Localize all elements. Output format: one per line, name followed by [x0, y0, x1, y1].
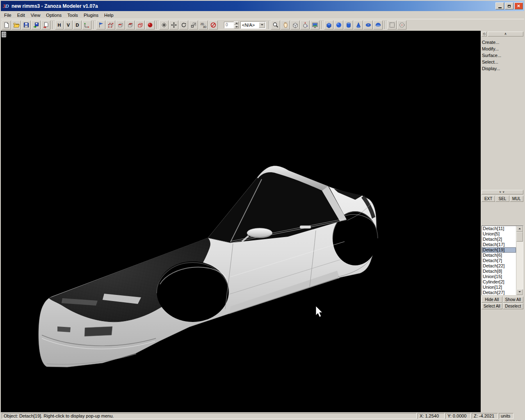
pan-button[interactable]	[281, 21, 290, 30]
panel-menu-item[interactable]: Create...	[481, 39, 524, 46]
panel-menu: Create...Modify...Surface...Select...Dis…	[481, 39, 524, 72]
object-list-item[interactable]: Cylinder[2]	[482, 279, 516, 285]
view-2d3d-button[interactable]: 2D3D	[199, 21, 208, 30]
dropdown-arrow-icon	[261, 24, 263, 25]
dropdown-arrow-button[interactable]	[259, 22, 265, 28]
minimize-icon	[498, 7, 502, 8]
scale-tool-button[interactable]	[189, 21, 198, 30]
dropdown-value: <N/A>	[241, 23, 259, 27]
cylinder-primitive-button[interactable]	[344, 21, 353, 30]
title-bar[interactable]: 3D new rimms3 - Zanoza Modeler v1.07a ✕	[1, 1, 524, 11]
import-button[interactable]	[31, 21, 41, 30]
menu-item[interactable]: Options	[43, 11, 65, 19]
object-list-item[interactable]: Detach[2]	[482, 237, 516, 242]
panel-collapse-button[interactable]: ∧	[488, 32, 523, 37]
panel-action-button[interactable]: Show All	[503, 297, 524, 303]
zoom-button[interactable]	[271, 21, 280, 30]
object-list-item[interactable]: Detach[19]	[482, 247, 516, 253]
resize-grip	[514, 413, 523, 419]
mode-button[interactable]: SEL	[495, 196, 509, 202]
select-circle-icon	[399, 22, 405, 28]
status-bar: Object: Detach[19]. Right-click to displ…	[1, 412, 524, 419]
hemisphere-primitive-button[interactable]	[373, 21, 383, 30]
cube-axes-button[interactable]	[300, 21, 310, 30]
toggle-v-button[interactable]: V	[64, 21, 73, 30]
object-list-item[interactable]: Detach[7]	[482, 258, 516, 263]
scroll-up-button[interactable]	[516, 226, 523, 232]
menu-item[interactable]: Plugins	[81, 11, 102, 19]
panel-expand-button[interactable]: ∨∨	[482, 190, 523, 194]
material-sphere-button[interactable]	[145, 21, 155, 30]
menu-item[interactable]: Help	[102, 11, 117, 19]
rotate-tool-button[interactable]	[179, 21, 188, 30]
toolbar-separator	[268, 21, 269, 29]
edge-mode-button[interactable]	[116, 21, 125, 30]
box-primitive-button[interactable]	[324, 21, 333, 30]
scroll-down-button[interactable]	[516, 289, 523, 295]
vertex-mode-button[interactable]	[106, 21, 115, 30]
axis-triad-button[interactable]	[82, 21, 91, 30]
face-mode-icon	[127, 22, 134, 28]
object-mode-button[interactable]	[135, 21, 145, 30]
object-list-item[interactable]: Union[12]	[482, 285, 516, 290]
object-list-item[interactable]: Detach[22]	[482, 263, 516, 269]
select-circle-button[interactable]	[397, 21, 406, 30]
new-file-icon	[3, 22, 10, 28]
selection-dropdown[interactable]: <N/A>	[240, 21, 266, 29]
minimize-button[interactable]	[495, 2, 504, 9]
scroll-thumb[interactable]	[516, 232, 523, 242]
mode-button[interactable]: EXT	[482, 196, 495, 202]
object-list-item[interactable]: Detach[27]	[482, 290, 516, 295]
menu-item[interactable]: File	[2, 11, 15, 19]
panel-menu-item[interactable]: Display...	[481, 65, 524, 72]
spinner-up-button[interactable]	[234, 21, 239, 25]
panel-menu-item[interactable]: Modify...	[481, 46, 524, 52]
render-preview-button[interactable]	[310, 21, 320, 30]
panel-action-button[interactable]: Select All	[482, 303, 502, 309]
sphere-primitive-button[interactable]	[334, 21, 343, 30]
panel-action-button[interactable]: Deselect	[503, 303, 524, 309]
car-body	[39, 166, 378, 367]
menu-item[interactable]: View	[28, 11, 44, 19]
save-button[interactable]	[21, 21, 31, 30]
object-list-item[interactable]: Detach[8]	[482, 269, 516, 274]
cone-primitive-button[interactable]	[354, 21, 363, 30]
toolbar-separator	[157, 21, 158, 29]
flag-button[interactable]	[96, 21, 105, 30]
close-button[interactable]: ✕	[514, 2, 523, 9]
torus-primitive-button[interactable]	[363, 21, 373, 30]
object-list-item[interactable]: Union[15]	[482, 274, 516, 279]
menu-item[interactable]: Tools	[65, 11, 81, 19]
spinner-value[interactable]: 0	[224, 22, 234, 28]
scroll-track[interactable]	[516, 232, 523, 289]
toggle-d-button[interactable]: D	[73, 21, 82, 30]
panel-corner-button[interactable]: ◇	[482, 32, 487, 37]
step-spinner[interactable]: 0	[224, 21, 239, 28]
up-arrow-icon	[235, 23, 238, 24]
open-folder-button[interactable]	[11, 21, 21, 30]
select-rect-button[interactable]	[387, 21, 397, 30]
mode-button[interactable]: MUL	[510, 196, 523, 202]
object-list-item[interactable]: Detach[6]	[482, 253, 516, 258]
export-button[interactable]	[41, 21, 50, 30]
spinner-down-button[interactable]	[234, 25, 239, 28]
restore-button[interactable]	[505, 2, 514, 9]
new-file-button[interactable]	[2, 21, 11, 30]
z-toggle-button[interactable]	[208, 21, 218, 30]
status-z: Z: -4.2021	[472, 413, 498, 419]
select-tool-button[interactable]	[159, 21, 169, 30]
object-list-item[interactable]: Detach[11]	[482, 226, 516, 231]
panel-menu-item[interactable]: Surface...	[481, 52, 524, 59]
select-rect-icon	[389, 22, 395, 28]
move-tool-button[interactable]	[169, 21, 178, 30]
menu-item[interactable]: Edit	[15, 11, 28, 19]
panel-menu-item[interactable]: Select...	[481, 59, 524, 65]
object-list-item[interactable]: Union[5]	[482, 231, 516, 237]
face-mode-button[interactable]	[126, 21, 135, 30]
object-list-scrollbar[interactable]	[516, 226, 523, 295]
panel-action-button[interactable]: Hide All	[482, 297, 502, 303]
viewport-3d[interactable]	[1, 31, 481, 412]
object-list-item[interactable]: Detach[17]	[482, 242, 516, 247]
cube-view-button[interactable]	[290, 21, 300, 30]
toggle-h-button[interactable]: H	[55, 21, 64, 30]
